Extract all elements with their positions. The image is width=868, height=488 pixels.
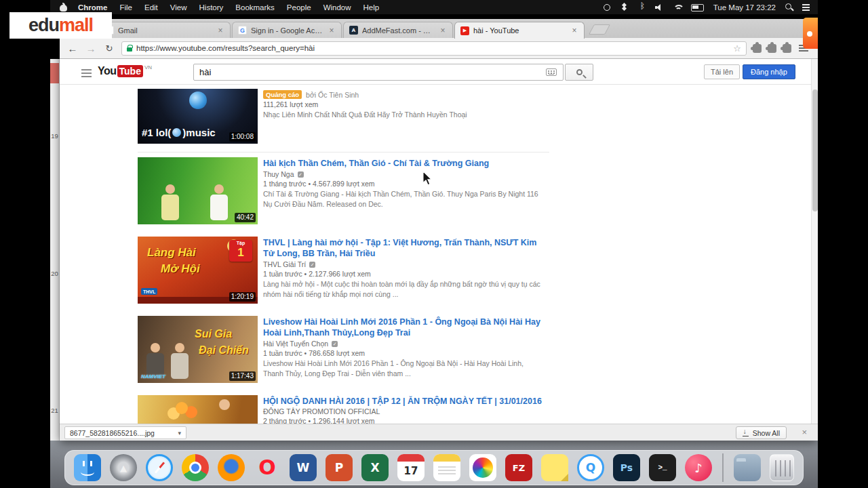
tab-close-icon[interactable] <box>570 26 578 35</box>
volume-icon[interactable] <box>655 3 665 12</box>
trash-dock-icon[interactable] <box>770 454 794 481</box>
launchpad-dock-icon[interactable]: ▲ <box>110 454 137 481</box>
keyboard-icon[interactable] <box>546 68 557 76</box>
thumbnail-title-line2: Đại Chiến <box>199 344 249 357</box>
channel-name[interactable]: Hài Việt Tuyển Chọn <box>263 340 328 348</box>
browser-toolbar: https://www.youtube.com/results?search_q… <box>60 38 818 59</box>
thumbnail-person <box>161 184 180 220</box>
battery-icon[interactable] <box>691 3 705 12</box>
tab-google-signin[interactable]: Sign in - Google Accounts <box>232 22 342 38</box>
reload-button[interactable] <box>103 43 115 54</box>
menu-bookmarks[interactable]: Bookmarks <box>229 3 281 12</box>
extension-icon-3[interactable] <box>783 44 791 53</box>
bookmark-star-icon[interactable] <box>733 44 741 53</box>
notes-dock-icon[interactable] <box>433 454 460 481</box>
word-dock-glyph: W <box>297 461 310 474</box>
stickies-dock-icon[interactable] <box>541 454 568 481</box>
forward-button[interactable] <box>85 43 97 54</box>
spotlight-icon[interactable] <box>784 3 793 12</box>
dropbox-icon[interactable] <box>620 3 629 12</box>
filezilla-dock-icon[interactable]: FZ <box>505 454 532 481</box>
video-title[interactable]: Hài kịch Thần Chém, Thần Gió - Chí Tài &… <box>263 158 541 169</box>
menu-chrome[interactable]: Chrome <box>72 3 113 12</box>
youtube-hamburger-icon[interactable] <box>81 69 92 70</box>
itunes-dock-icon[interactable]: ♪ <box>685 454 712 481</box>
tab-close-icon[interactable] <box>328 26 336 35</box>
signin-button[interactable]: Đăng nhập <box>743 64 795 79</box>
menu-items: ChromeFileEditViewHistoryBookmarksPeople… <box>72 3 385 12</box>
dock-separator <box>722 453 724 482</box>
channel-name[interactable]: ĐÔNG TÂY PROMOTION OFFICIAL <box>263 407 380 415</box>
safari-dock-icon[interactable] <box>146 454 173 481</box>
channel-name[interactable]: Thuy Nga <box>263 170 294 178</box>
tab-youtube-active[interactable]: hài - YouTube <box>454 22 585 39</box>
video-thumbnail[interactable]: Sui Gia Đại Chiến NAMVIET 1:17:43 <box>138 316 258 383</box>
status-icons-right <box>784 3 811 12</box>
wifi-icon[interactable] <box>673 3 683 12</box>
apple-menu-icon[interactable] <box>60 3 68 12</box>
chevron-down-icon[interactable] <box>178 430 181 436</box>
notification-icon[interactable] <box>802 3 811 12</box>
menu-history[interactable]: History <box>193 3 230 12</box>
quicktime-dock-icon[interactable]: Q <box>577 454 604 481</box>
menu-view[interactable]: View <box>164 3 193 12</box>
finder-dock-icon[interactable] <box>74 454 101 481</box>
calendar-dock-icon[interactable]: 17 <box>397 454 425 481</box>
tab-close-icon[interactable] <box>216 26 224 35</box>
powerpoint-dock-icon[interactable]: P <box>326 454 353 481</box>
excel-dock-icon[interactable]: X <box>361 454 389 481</box>
chrome-dock-icon[interactable] <box>182 454 209 481</box>
download-item[interactable]: 8677_582818655216....jpg <box>64 426 186 439</box>
tab-gmail[interactable]: Gmail <box>99 22 231 38</box>
video-thumbnail[interactable]: #1 lol()music 1:00:08 <box>138 89 258 144</box>
menu-help[interactable]: Help <box>357 3 386 12</box>
thumbnail-art <box>219 399 230 410</box>
thumbnail-title-line1: Sui Gia <box>195 328 232 340</box>
circle-icon[interactable] <box>602 3 612 12</box>
photos-dock-icon[interactable] <box>469 454 496 481</box>
video-thumbnail[interactable]: 40:42 <box>138 157 258 224</box>
verified-badge-icon <box>332 341 338 347</box>
downloads-dock-icon[interactable] <box>734 454 761 481</box>
tab-close-icon[interactable] <box>439 26 447 35</box>
screen: ChromeFileEditViewHistoryBookmarksPeople… <box>0 0 868 488</box>
firefox-dock-icon[interactable] <box>218 454 245 481</box>
upload-button[interactable]: Tải lên <box>704 64 740 79</box>
extension-icon-1[interactable] <box>753 44 762 53</box>
video-description: Làng hài mở hội - Một cuộc thi hoàn toàn… <box>263 279 542 300</box>
url-text[interactable]: https://www.youtube.com/results?search_q… <box>136 44 729 52</box>
address-bar[interactable]: https://www.youtube.com/results?search_q… <box>121 41 747 56</box>
tab-addmefast[interactable]: AddMeFast.com - Please c <box>343 22 453 38</box>
menu-people[interactable]: People <box>281 3 317 12</box>
menu-file[interactable]: File <box>113 3 138 12</box>
edumall-logo-edu: edu <box>28 15 59 36</box>
youtube-search-input[interactable] <box>193 64 564 81</box>
channel-name[interactable]: THVL Giải Trí <box>263 260 306 268</box>
back-button[interactable] <box>66 43 79 54</box>
close-download-bar-icon[interactable] <box>802 427 807 437</box>
word-dock-icon[interactable]: W <box>290 454 317 481</box>
bluetooth-icon[interactable] <box>637 3 647 12</box>
duration-badge: 1:17:43 <box>229 371 256 381</box>
youtube-logo[interactable]: You Tube VN <box>98 65 152 77</box>
menu-clock[interactable]: Tue May 17 23:22 <box>713 3 776 12</box>
terminal-dock-icon[interactable]: >_ <box>649 454 676 481</box>
video-title[interactable]: Liveshow Hài Hoài Linh Mới 2016 Phần 1 -… <box>263 317 541 338</box>
secure-lock-icon[interactable] <box>127 47 132 52</box>
show-all-downloads-button[interactable]: Show All <box>736 426 787 439</box>
video-thumbnail[interactable] <box>138 395 258 424</box>
youtube-search-button[interactable] <box>565 64 593 81</box>
extension-icon-2[interactable] <box>768 44 776 53</box>
video-thumbnail[interactable]: Làng Hài Mở Hội Tập 1 THVL 1:20:19 <box>138 237 258 304</box>
new-tab-button[interactable] <box>589 24 610 35</box>
video-title[interactable]: THVL | Làng hài mở hội - Tập 1: Việt Hươ… <box>263 237 541 259</box>
photoshop-dock-icon[interactable]: Ps <box>613 454 640 481</box>
scrollbar-thumb[interactable] <box>812 89 818 211</box>
opera-dock-icon[interactable]: O <box>254 454 281 481</box>
menu-edit[interactable]: Edit <box>138 3 164 12</box>
menu-window[interactable]: Window <box>317 3 357 12</box>
row-number: 20 <box>50 270 59 277</box>
thumbnail-art-orb <box>189 92 207 109</box>
page-scrollbar[interactable] <box>811 59 818 424</box>
video-title[interactable]: HỘI NGỘ DANH HÀI 2016 | TẬP 12 | ĂN TRỘM… <box>263 396 541 407</box>
